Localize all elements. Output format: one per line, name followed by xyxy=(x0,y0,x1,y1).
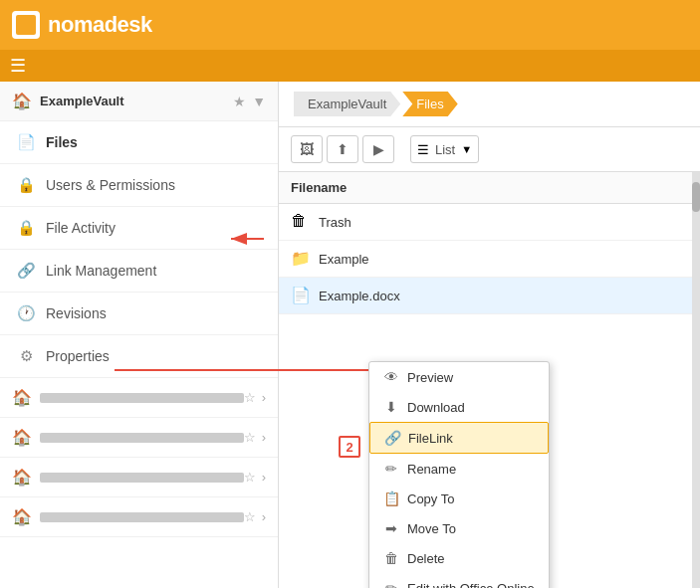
doc-icon: 📄 xyxy=(291,286,311,305)
star-icon[interactable]: ★ xyxy=(233,94,246,109)
annotation-2: 2 xyxy=(339,436,360,458)
vault-row-icon-3: 🏠 xyxy=(12,468,32,487)
vault-row-arrow-1[interactable]: › xyxy=(262,390,266,405)
content-area: ExampleVault Files 🖼 ⬆ ▶ ☰ List ▼ Fil xyxy=(279,82,700,588)
vault-row-star-4[interactable]: ☆ xyxy=(244,509,256,524)
vault-row-arrow-4[interactable]: › xyxy=(262,509,266,524)
hamburger-icon[interactable]: ☰ xyxy=(10,55,26,77)
download-icon: ⬇ xyxy=(383,399,399,415)
ctx-rename-label: Rename xyxy=(407,462,456,477)
file-name-example: Example xyxy=(319,252,369,267)
ctx-download[interactable]: ⬇ Download xyxy=(369,392,549,422)
sidebar-label-activity: File Activity xyxy=(46,220,266,236)
file-list-header: Filename xyxy=(279,172,700,204)
scrollbar[interactable] xyxy=(692,172,700,588)
app-title: nomadesk xyxy=(48,12,152,38)
sidebar-label-revisions: Revisions xyxy=(46,305,266,321)
vault-row-3[interactable]: 🏠 ☆ › xyxy=(0,458,278,497)
vault-row-icon-2: 🏠 xyxy=(12,428,32,447)
menu-bar: ☰ xyxy=(0,50,700,82)
ctx-edit-office[interactable]: ✏ Edit with Office Online xyxy=(369,573,549,588)
sidebar-item-properties[interactable]: ⚙ Properties xyxy=(0,335,278,378)
vault-row-1[interactable]: 🏠 ☆ › xyxy=(0,378,278,418)
ctx-filelink[interactable]: 🔗 FileLink xyxy=(369,422,549,454)
ctx-delete[interactable]: 🗑 Delete xyxy=(369,543,549,573)
ctx-delete-label: Delete xyxy=(407,551,445,566)
vault-row-star-3[interactable]: ☆ xyxy=(244,470,256,485)
ctx-rename[interactable]: ✏ Rename xyxy=(369,454,549,484)
dropdown-chevron-icon: ▼ xyxy=(461,143,472,155)
edit-office-icon: ✏ xyxy=(383,580,399,588)
sidebar-label-users: Users & Permissions xyxy=(46,177,266,193)
file-name-docx: Example.docx xyxy=(319,289,400,303)
ctx-copy[interactable]: 📋 Copy To xyxy=(369,484,549,513)
trash-icon: 🗑 xyxy=(291,212,311,232)
top-bar: nomadesk xyxy=(0,0,700,50)
ctx-preview[interactable]: 👁 Preview xyxy=(369,362,549,392)
file-name-trash: Trash xyxy=(319,215,351,230)
filename-column-header: Filename xyxy=(291,180,347,195)
logo-area: nomadesk xyxy=(12,11,152,39)
context-menu: 👁 Preview ⬇ Download 🔗 FileLink ✏ Rename xyxy=(368,361,550,588)
logo-box xyxy=(12,11,40,39)
arrow-icon[interactable]: ▼ xyxy=(252,94,266,109)
table-row[interactable]: 📁 Example xyxy=(279,241,700,278)
vault-row-name-1 xyxy=(40,393,244,403)
rename-icon: ✏ xyxy=(383,461,399,477)
table-row[interactable]: 🗑 Trash xyxy=(279,204,700,241)
folder-icon: 📁 xyxy=(291,249,311,269)
delete-icon: 🗑 xyxy=(383,550,399,566)
vault-row-arrow-2[interactable]: › xyxy=(262,430,266,445)
sidebar-item-link-management[interactable]: 🔗 Link Management xyxy=(0,250,278,293)
ctx-move-label: Move To xyxy=(407,521,456,536)
ctx-edit-office-label: Edit with Office Online xyxy=(407,581,535,589)
logo-inner xyxy=(16,15,36,35)
activity-icon: 🔒 xyxy=(16,218,36,238)
toolbar-upload-btn[interactable]: ⬆ xyxy=(327,135,358,163)
vault-header[interactable]: 🏠 ExampleVault ★ ▼ xyxy=(0,82,278,121)
toolbar-play-btn[interactable]: ▶ xyxy=(362,135,394,163)
file-list: Filename 🗑 Trash 📁 Example 📄 Example.doc… xyxy=(279,172,700,588)
link-icon: 🔗 xyxy=(16,261,36,281)
ctx-filelink-label: FileLink xyxy=(408,431,453,446)
sidebar-label-files: Files xyxy=(46,134,266,150)
vault-row-arrow-3[interactable]: › xyxy=(262,470,266,485)
sidebar: 🏠 ExampleVault ★ ▼ 📄 Files 🔒 Users & Per… xyxy=(0,82,279,588)
sidebar-label-link: Link Management xyxy=(46,263,266,279)
vault-row-name-2 xyxy=(40,433,244,443)
scrollbar-thumb xyxy=(692,182,700,212)
ctx-copy-label: Copy To xyxy=(407,491,454,506)
app-container: nomadesk ☰ 🏠 ExampleVault ★ ▼ 📄 Files 🔒 xyxy=(0,0,700,588)
list-view-label: List xyxy=(435,142,455,157)
ctx-preview-label: Preview xyxy=(407,370,453,385)
revision-icon: 🕐 xyxy=(16,303,36,323)
vault-row-star-1[interactable]: ☆ xyxy=(244,390,256,405)
vault-row-2[interactable]: 🏠 ☆ › xyxy=(0,418,278,458)
vault-row-icon-1: 🏠 xyxy=(12,388,32,407)
lock-icon: 🔒 xyxy=(16,175,36,195)
breadcrumb-vault[interactable]: ExampleVault xyxy=(294,92,400,116)
toolbar: 🖼 ⬆ ▶ ☰ List ▼ xyxy=(279,127,700,172)
file-icon: 📄 xyxy=(16,132,36,152)
vault-row-icon-4: 🏠 xyxy=(12,507,32,526)
main-layout: 🏠 ExampleVault ★ ▼ 📄 Files 🔒 Users & Per… xyxy=(0,82,700,588)
list-view-icon: ☰ xyxy=(417,142,429,157)
sidebar-item-revisions[interactable]: 🕐 Revisions xyxy=(0,293,278,335)
vault-row-star-2[interactable]: ☆ xyxy=(244,430,256,445)
sidebar-item-files[interactable]: 📄 Files xyxy=(0,121,278,164)
vault-icon: 🏠 xyxy=(12,92,32,110)
toolbar-image-btn[interactable]: 🖼 xyxy=(291,135,323,163)
table-row[interactable]: 📄 Example.docx xyxy=(279,278,700,314)
gear-icon: ⚙ xyxy=(16,346,36,366)
sidebar-item-file-activity[interactable]: 🔒 File Activity 1 xyxy=(0,207,278,250)
move-icon: ➡ xyxy=(383,520,399,536)
breadcrumb: ExampleVault Files xyxy=(279,82,700,127)
ctx-download-label: Download xyxy=(407,400,465,415)
sidebar-item-users-permissions[interactable]: 🔒 Users & Permissions xyxy=(0,164,278,207)
breadcrumb-files[interactable]: Files xyxy=(402,92,457,116)
vault-row-4[interactable]: 🏠 ☆ › xyxy=(0,497,278,537)
list-view-dropdown[interactable]: ☰ List ▼ xyxy=(410,135,479,163)
ctx-move[interactable]: ➡ Move To xyxy=(369,513,549,543)
preview-icon: 👁 xyxy=(383,369,399,385)
copy-icon: 📋 xyxy=(383,490,399,506)
